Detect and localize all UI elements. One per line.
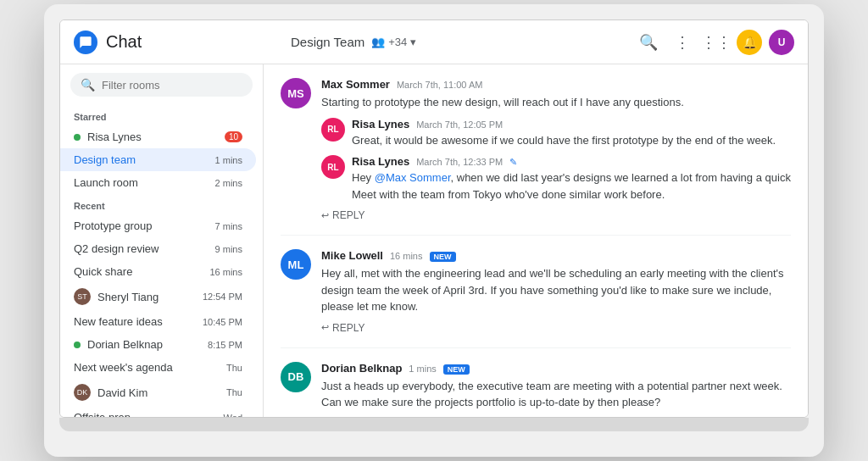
grid-button[interactable]: ⋮⋮	[703, 29, 730, 56]
message-header: Max Sommer March 7th, 11:00 AM	[321, 78, 791, 91]
unread-badge: 10	[225, 131, 242, 142]
main-layout: 🔍 Starred Risa Lynes 10 Design team 1 mi…	[60, 64, 808, 417]
sidebar-item-name: Quick share	[74, 265, 209, 278]
message-header: Mike Lowell 16 mins NEW	[321, 249, 791, 262]
sub-message: RL Risa Lynes March 7th, 12:05 PM Great,…	[321, 118, 791, 149]
sidebar-item-quick-share[interactable]: Quick share 16 mins	[60, 260, 256, 283]
message-group: ML Mike Lowell 16 mins NEW Hey all, met …	[281, 249, 791, 348]
sidebar-item-name: Sheryl Tiang	[97, 291, 203, 303]
sidebar-item-david[interactable]: DK David Kim Thu	[60, 379, 256, 406]
more-options-button[interactable]: ⋮	[669, 29, 696, 56]
reply-label: REPLY	[332, 322, 364, 334]
sidebar-item-launch-room[interactable]: Launch room 2 mins	[60, 171, 256, 194]
sidebar-item-time: 16 mins	[209, 267, 242, 277]
sidebar-item-risa-lynes[interactable]: Risa Lynes 10	[60, 125, 256, 148]
sidebar-item-dorian[interactable]: Dorian Belknap 8:15 PM	[60, 333, 256, 356]
sidebar: 🔍 Starred Risa Lynes 10 Design team 1 mi…	[60, 64, 264, 417]
sidebar-item-new-feature[interactable]: New feature ideas 10:45 PM	[60, 310, 256, 333]
search-box[interactable]: 🔍	[70, 73, 253, 97]
user-avatar[interactable]: U	[769, 30, 794, 55]
message-author: Mike Lowell	[321, 249, 383, 262]
edited-icon: ✎	[509, 157, 517, 168]
sub-message-time: March 7th, 12:05 PM	[416, 119, 503, 130]
sidebar-item-name: Dorian Belknap	[87, 338, 208, 351]
room-members[interactable]: 👥 +34 ▾	[371, 36, 416, 48]
message-content: Max Sommer March 7th, 11:00 AM Starting …	[321, 78, 791, 221]
sidebar-item-name: Next week's agenda	[74, 361, 226, 374]
recent-section-label: Recent	[60, 194, 263, 214]
sub-message-content: Risa Lynes March 7th, 12:05 PM Great, it…	[352, 118, 776, 149]
sidebar-item-time: Wed	[224, 413, 242, 418]
sub-message-text: Great, it would be awesome if we could h…	[352, 132, 776, 149]
sidebar-item-name: Design team	[74, 153, 215, 166]
search-button[interactable]: 🔍	[635, 29, 662, 56]
chat-area: MS Max Sommer March 7th, 11:00 AM Starti…	[264, 64, 808, 417]
members-icon: 👥	[371, 36, 385, 48]
sidebar-item-name: New feature ideas	[74, 315, 203, 328]
sidebar-item-name: David Kim	[97, 386, 226, 399]
reply-arrow-icon: ↩	[321, 210, 329, 221]
sidebar-item-name: Offsite prep	[74, 411, 224, 417]
app-logo	[74, 31, 97, 54]
message-group: MS Max Sommer March 7th, 11:00 AM Starti…	[281, 78, 791, 236]
sidebar-item-time: 7 mins	[215, 221, 242, 231]
sidebar-item-time: 9 mins	[215, 244, 242, 254]
topbar-left: Chat	[74, 31, 277, 54]
reply-button[interactable]: ↩ REPLY	[321, 209, 791, 221]
topbar: Chat Design Team 👥 +34 ▾ 🔍 ⋮ ⋮⋮ 🔔 U	[60, 20, 808, 64]
sidebar-item-time: 2 mins	[215, 178, 242, 188]
avatar-small: ST	[74, 288, 91, 305]
avatar-small: DK	[74, 384, 91, 401]
sidebar-item-time: 1 mins	[215, 155, 242, 165]
avatar: RL	[321, 155, 345, 179]
room-title: Design Team 👥 +34 ▾	[291, 35, 416, 49]
sidebar-item-time: 12:54 PM	[203, 292, 242, 302]
avatar: DB	[281, 362, 311, 392]
sub-message-time: March 7th, 12:33 PM	[416, 157, 503, 167]
message-content: Mike Lowell 16 mins NEW Hey all, met wit…	[321, 249, 791, 334]
sidebar-item-name: Q2 design review	[74, 242, 215, 255]
app-title: Chat	[106, 32, 142, 52]
sidebar-item-design-team[interactable]: Design team 1 mins	[60, 148, 256, 171]
mention: @Max Sommer	[375, 171, 451, 184]
sidebar-item-time: 10:45 PM	[203, 317, 242, 327]
sidebar-item-time: Thu	[226, 387, 242, 397]
chevron-down-icon: ▾	[410, 36, 416, 48]
avatar: MS	[281, 78, 311, 108]
message-group: DB Dorian Belknap 1 mins NEW Just a head…	[281, 362, 791, 418]
avatar: RL	[321, 118, 345, 142]
reply-label: REPLY	[332, 209, 364, 221]
sub-messages: RL Risa Lynes March 7th, 12:05 PM Great,…	[321, 118, 791, 203]
reply-button[interactable]: ↩ REPLY	[321, 322, 791, 334]
message-text: Starting to prototype the new design, wi…	[321, 94, 791, 111]
online-dot	[74, 342, 81, 348]
sidebar-item-sheryl[interactable]: ST Sheryl Tiang 12:54 PM	[60, 283, 256, 310]
laptop-base	[59, 418, 809, 431]
notification-icon[interactable]: 🔔	[737, 30, 762, 55]
reply-arrow-icon: ↩	[321, 322, 329, 333]
search-input[interactable]	[102, 79, 242, 92]
message-time: 1 mins	[409, 364, 436, 374]
online-dot	[74, 134, 81, 141]
message-text: Just a heads up everybody, the executive…	[321, 378, 791, 411]
room-name: Design Team	[291, 35, 364, 49]
sidebar-item-name: Launch room	[74, 176, 215, 189]
sidebar-item-prototype-group[interactable]: Prototype group 7 mins	[60, 214, 256, 237]
sidebar-item-time: 8:15 PM	[208, 340, 242, 350]
sidebar-item-next-week[interactable]: Next week's agenda Thu	[60, 356, 256, 379]
sidebar-item-name: Prototype group	[74, 219, 215, 232]
sidebar-item-offsite[interactable]: Offsite prep Wed	[60, 406, 256, 417]
sub-message-author: Risa Lynes	[352, 155, 409, 168]
search-icon: 🔍	[81, 78, 95, 92]
sub-message-header: Risa Lynes March 7th, 12:33 PM ✎	[352, 155, 791, 168]
message-time: March 7th, 11:00 AM	[397, 80, 483, 90]
sidebar-item-q2-design[interactable]: Q2 design review 9 mins	[60, 237, 256, 260]
topbar-actions: 🔍 ⋮ ⋮⋮ 🔔 U	[635, 29, 794, 56]
members-count: +34	[388, 36, 407, 48]
sub-message-text: Hey @Max Sommer, when we did last year's…	[352, 169, 791, 203]
message-author: Dorian Belknap	[321, 362, 402, 375]
message-text: Hey all, met with the engineering lead a…	[321, 265, 791, 315]
message-time: 16 mins	[390, 251, 423, 261]
sub-message-header: Risa Lynes March 7th, 12:05 PM	[352, 118, 776, 131]
sidebar-search: 🔍	[60, 64, 263, 105]
